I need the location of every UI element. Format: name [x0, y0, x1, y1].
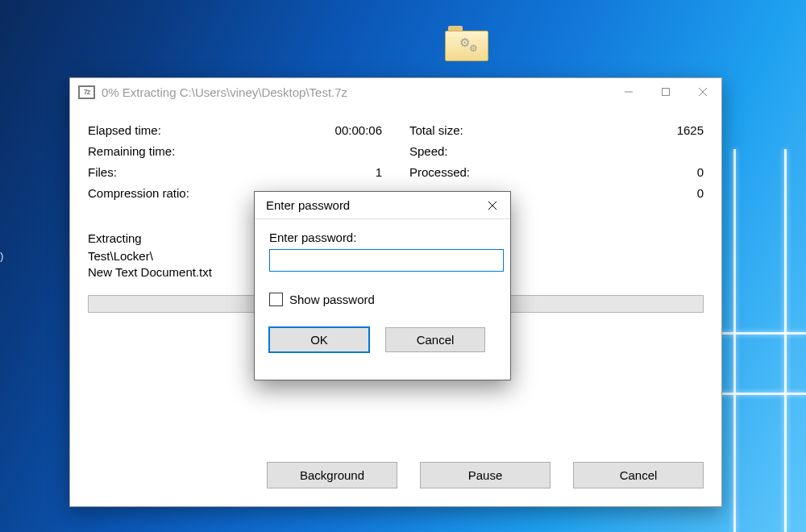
- compression-ratio-label: Compression ratio:: [88, 183, 189, 204]
- password-input[interactable]: [269, 249, 504, 272]
- titlebar[interactable]: 7z 0% Extracting C:\Users\viney\Desktop\…: [70, 78, 721, 106]
- pause-button-label: Pause: [468, 468, 503, 482]
- elapsed-time-value: 00:00:06: [335, 120, 382, 141]
- remaining-time-label: Remaining time:: [88, 141, 175, 162]
- maximize-icon: [661, 87, 671, 97]
- bg-lightbar: [733, 149, 736, 532]
- offscreen-label-fragment: ): [0, 250, 3, 262]
- speed-label: Speed:: [409, 141, 448, 162]
- close-button[interactable]: [684, 79, 721, 105]
- total-size-value: 1625: [677, 120, 704, 141]
- ok-button-label: OK: [310, 333, 328, 347]
- dialog-titlebar[interactable]: Enter password: [255, 192, 510, 219]
- total-size-label: Total size:: [409, 120, 463, 141]
- processed-value: 0: [697, 162, 704, 183]
- background-button-label: Background: [300, 468, 364, 482]
- dialog-title: Enter password: [266, 198, 350, 212]
- files-label: Files:: [88, 162, 117, 183]
- sevenzip-icon: 7z: [78, 85, 95, 99]
- ok-button[interactable]: OK: [269, 327, 369, 352]
- desktop-folder-icon[interactable]: ⚙ ⚙: [445, 24, 487, 60]
- maximize-button[interactable]: [647, 79, 684, 105]
- files-value: 1: [376, 162, 382, 183]
- dialog-cancel-button[interactable]: Cancel: [385, 327, 485, 352]
- bg-lightbar: [784, 149, 787, 532]
- dialog-cancel-button-label: Cancel: [417, 333, 455, 347]
- svg-rect-1: [663, 89, 670, 96]
- minimize-icon: [624, 87, 634, 97]
- minimize-button[interactable]: [610, 79, 647, 105]
- pause-button[interactable]: Pause: [420, 462, 550, 488]
- elapsed-time-label: Elapsed time:: [88, 120, 161, 141]
- compressed-size-value: 0: [697, 183, 704, 204]
- processed-label: Processed:: [409, 162, 470, 183]
- close-icon: [488, 201, 497, 210]
- window-title: 0% Extracting C:\Users\viney\Desktop\Tes…: [102, 85, 610, 99]
- dialog-close-button[interactable]: [475, 193, 510, 218]
- cancel-button[interactable]: Cancel: [573, 462, 704, 488]
- close-icon: [698, 87, 708, 97]
- gear-icon: ⚙: [469, 43, 478, 54]
- show-password-label: Show password: [289, 293, 375, 306]
- enter-password-dialog: Enter password Enter password: Show pass…: [254, 191, 511, 380]
- password-field-label: Enter password:: [269, 231, 496, 244]
- background-button[interactable]: Background: [267, 462, 397, 488]
- desktop-background: ) ⚙ ⚙ 7z 0% Extracting C:\Users\viney\De…: [0, 0, 806, 532]
- cancel-button-label: Cancel: [620, 468, 658, 482]
- show-password-checkbox[interactable]: [269, 293, 283, 306]
